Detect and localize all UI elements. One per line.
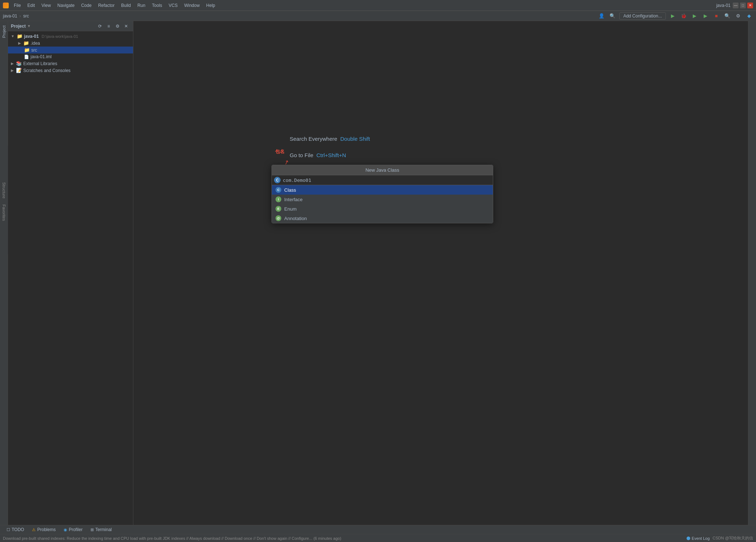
tree-item-idea[interactable]: ▶ 📁 .idea <box>8 40 133 47</box>
project-dropdown-arrow[interactable]: ▼ <box>27 24 31 28</box>
profile-button[interactable]: ▶ <box>701 12 709 20</box>
status-bar: Download pre-built shared indexes: Reduc… <box>0 534 756 542</box>
tree-item-external-libraries[interactable]: ▶ 📚 External Libraries <box>8 60 133 67</box>
package-annotation: 包名 <box>275 148 285 155</box>
sync-icon[interactable]: ⟳ <box>96 22 104 30</box>
toolbar-right: 👤 🔍 Add Configuration... ▶ 🐞 ▶ ▶ ■ 🔍 ⚙ ◆ <box>598 12 753 20</box>
tree-item-scratches[interactable]: ▶ 📝 Scratches and Consoles <box>8 67 133 74</box>
project-tree: ▼ 📁 java-01 D:\java-work\java-01 ▶ 📁 .id… <box>8 31 133 525</box>
tree-item-src[interactable]: 📁 src <box>8 47 133 53</box>
main-layout: Project Project ▼ ⟳ ≡ ⚙ ✕ ▼ 📁 java-01 D:… <box>0 21 756 525</box>
src-label: src <box>23 13 29 19</box>
add-configuration-button[interactable]: Add Configuration... <box>619 12 666 20</box>
menu-tools[interactable]: Tools <box>149 2 165 9</box>
structure-tab[interactable]: Structure <box>1 179 7 202</box>
dialog-type-list: C Class I Interface E Enum @ Annotation <box>272 185 493 223</box>
menu-window[interactable]: Window <box>181 2 203 9</box>
annotation-type-icon: @ <box>276 215 281 221</box>
dialog-item-enum[interactable]: E Enum <box>272 204 493 214</box>
project-panel-header: Project ▼ ⟳ ≡ ⚙ ✕ <box>8 21 133 31</box>
interface-type-icon: I <box>276 196 281 202</box>
project-name-label: java-01 <box>3 13 17 19</box>
problems-tab[interactable]: ⚠ Problems <box>28 526 59 533</box>
stop-button[interactable]: ■ <box>712 12 720 20</box>
titlebar: File Edit View Navigate Code Refactor Bu… <box>0 0 756 11</box>
dialog-item-interface[interactable]: I Interface <box>272 195 493 204</box>
account-icon[interactable]: 👤 <box>598 12 606 20</box>
menu-run[interactable]: Run <box>134 2 148 9</box>
menu-bar: File Edit View Navigate Code Refactor Bu… <box>11 2 714 9</box>
event-log-button[interactable]: Event Log <box>687 536 710 541</box>
collapse-all-icon[interactable]: ≡ <box>105 22 113 30</box>
search-everywhere-icon[interactable]: 🔍 <box>608 12 616 20</box>
editor-area: Search Everywhere Double Shift Go to Fil… <box>133 21 748 525</box>
favorites-tab[interactable]: Favorites <box>2 204 6 221</box>
close-panel-icon[interactable]: ✕ <box>122 22 130 30</box>
terminal-tab[interactable]: ⊞ Terminal <box>87 526 115 533</box>
project-title: Project <box>11 24 26 29</box>
intellij-icon[interactable]: ◆ <box>745 12 753 20</box>
menu-build[interactable]: Build <box>118 2 134 9</box>
menu-refactor[interactable]: Refactor <box>95 2 117 9</box>
dialog-title: New Java Class <box>272 165 493 175</box>
goto-file-hint: Go to File Ctrl+Shift+N <box>290 152 346 158</box>
csdn-label: CSDN @写给秋天的信 <box>713 535 753 541</box>
project-tab[interactable]: Project <box>1 23 7 41</box>
project-header-icons: ⟳ ≡ ⚙ ✕ <box>96 22 130 30</box>
new-java-class-dialog: New Java Class C C Class I Interface E E… <box>272 165 493 223</box>
bottom-tabs: ☐ TODO ⚠ Problems ◉ Profiler ⊞ Terminal <box>0 525 756 534</box>
profiler-tab[interactable]: ◉ Profiler <box>60 526 86 533</box>
dialog-item-annotation[interactable]: @ Annotation <box>272 214 493 223</box>
settings-icon[interactable]: ⚙ <box>734 12 742 20</box>
window-title: java-01 <box>716 3 731 8</box>
status-right: Event Log CSDN @写给秋天的信 <box>687 535 753 541</box>
tree-item-java01[interactable]: ▼ 📁 java-01 D:\java-work\java-01 <box>8 33 133 40</box>
gear-icon[interactable]: ⚙ <box>113 22 121 30</box>
status-message: Download pre-built shared indexes: Reduc… <box>3 536 341 541</box>
menu-vcs[interactable]: VCS <box>166 2 181 9</box>
event-dot-icon <box>687 537 690 540</box>
search-everywhere-hint: Search Everywhere Double Shift <box>290 136 370 142</box>
tree-item-iml[interactable]: 📄 java-01.iml <box>8 53 133 60</box>
run-button[interactable]: ▶ <box>669 12 677 20</box>
left-structure-strip: Structure Favorites <box>0 146 8 255</box>
project-panel: Project ▼ ⟳ ≡ ⚙ ✕ ▼ 📁 java-01 D:\java-wo… <box>8 21 133 525</box>
todo-tab[interactable]: ☐ TODO <box>3 526 28 533</box>
dialog-input-row: C <box>272 175 493 185</box>
minimize-button[interactable]: — <box>733 3 739 8</box>
class-type-icon: C <box>276 187 281 193</box>
app-icon <box>3 3 9 8</box>
menu-view[interactable]: View <box>39 2 54 9</box>
menu-code[interactable]: Code <box>78 2 94 9</box>
breadcrumb-sep: › <box>19 13 21 19</box>
menu-help[interactable]: Help <box>203 2 218 9</box>
debug-button[interactable]: 🐞 <box>680 12 688 20</box>
search-icon[interactable]: 🔍 <box>723 12 731 20</box>
right-tool-strip <box>748 21 756 334</box>
window-controls: — □ ✕ <box>733 3 753 8</box>
toolbar-bar: java-01 › src 👤 🔍 Add Configuration... ▶… <box>0 11 756 21</box>
enum-type-icon: E <box>276 206 281 212</box>
menu-file[interactable]: File <box>11 2 24 9</box>
menu-navigate[interactable]: Navigate <box>55 2 77 9</box>
coverage-button[interactable]: ▶ <box>691 12 699 20</box>
class-name-input[interactable] <box>283 178 491 183</box>
maximize-button[interactable]: □ <box>740 3 746 8</box>
menu-edit[interactable]: Edit <box>24 2 38 9</box>
close-button[interactable]: ✕ <box>747 3 753 8</box>
left-tab-strip: Project <box>0 21 8 525</box>
dialog-item-class[interactable]: C Class <box>272 185 493 195</box>
class-icon-small: C <box>274 177 281 183</box>
